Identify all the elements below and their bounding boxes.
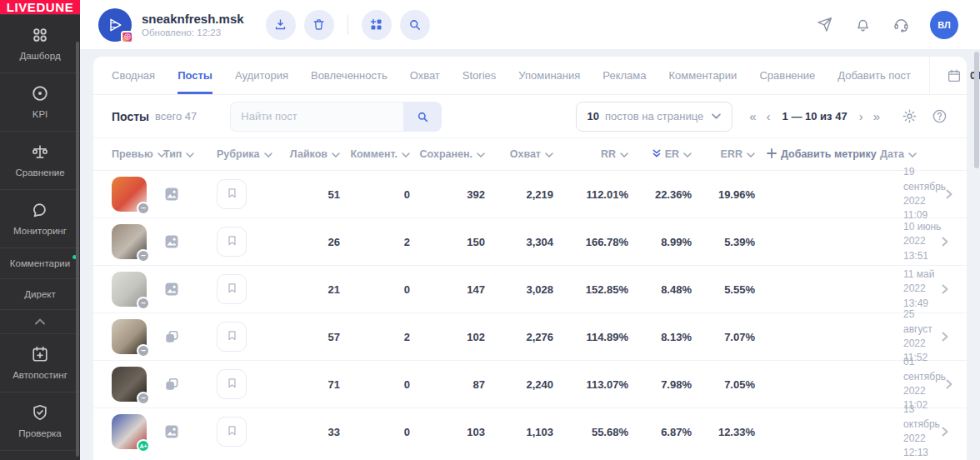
hidden-badge: – <box>137 297 150 310</box>
post-date: 11 май 202213:49 <box>880 268 942 311</box>
post-thumbnail[interactable]: – <box>112 272 147 307</box>
column-label: Рубрика <box>217 148 260 160</box>
page-scrollbar[interactable] <box>973 40 980 460</box>
date-range-picker[interactable]: 01 янв 22 — 19 нояб 22 <box>929 57 980 94</box>
date-cell: 13 октябрь 202212:13 <box>880 402 948 460</box>
table-row[interactable]: –5103922,219112.01%22.36%19.96%19 сентяб… <box>93 170 967 218</box>
tab-engagement[interactable]: Вовлеченность <box>311 57 388 94</box>
rubric-button[interactable] <box>217 417 247 447</box>
rubric-button[interactable] <box>217 227 247 257</box>
pagination-next-button[interactable]: › <box>859 110 863 122</box>
preview-cell: – <box>112 319 163 354</box>
sidebar-item-label: KPI <box>32 109 48 119</box>
help-icon[interactable] <box>930 108 948 126</box>
column-header-comments[interactable]: Коммент. <box>340 148 410 160</box>
column-header-likes[interactable]: Лайков <box>280 148 340 160</box>
account-avatar[interactable] <box>98 8 132 42</box>
column-label: RR <box>601 148 616 160</box>
column-header-err[interactable]: ERR <box>692 148 755 160</box>
tab-summary[interactable]: Сводная <box>112 57 155 94</box>
tab-ads[interactable]: Реклама <box>602 57 646 94</box>
tab-audience[interactable]: Аудитория <box>235 57 288 94</box>
add-metric-button[interactable]: Добавить метрику <box>755 148 880 161</box>
tab-stories[interactable]: Stories <box>462 57 496 94</box>
rubric-button[interactable] <box>217 274 247 304</box>
post-thumbnail[interactable]: – <box>112 177 147 212</box>
page-scrollbar-thumb[interactable] <box>974 52 979 168</box>
dashboard-icon <box>30 25 50 45</box>
rr-value: 152.85% <box>553 283 628 296</box>
saved-value: 102 <box>410 331 485 343</box>
pagination-first-button[interactable]: « <box>749 110 756 122</box>
support-headset-icon[interactable] <box>892 16 910 34</box>
sidebar-item-check[interactable]: Проверка <box>0 392 80 450</box>
table-row[interactable]: –2621503,304166.78%8.99%5.39%10 июнь 202… <box>93 218 967 265</box>
err-value: 12.33% <box>692 426 755 438</box>
sidebar-item-dashboard[interactable]: Дашборд <box>0 14 80 72</box>
controls-row: Посты всего 47 10 постов на странице <box>93 95 967 138</box>
preview-cell: A+ <box>112 414 163 449</box>
sidebar-item-autoposting[interactable]: Автопостинг <box>0 333 80 392</box>
pagination-last-button[interactable]: » <box>873 110 880 122</box>
add-widget-button[interactable] <box>362 10 392 40</box>
search-account-button[interactable] <box>400 10 430 40</box>
rubric-button[interactable] <box>217 322 247 352</box>
sidebar-item-monitoring[interactable]: Мониторинг <box>0 189 80 248</box>
shield-check-icon <box>30 402 50 422</box>
sidebar-item-comments[interactable]: Комментарии <box>0 248 80 278</box>
table-row[interactable]: A+3301031,10355.68%6.87%12.33%13 октябрь… <box>93 408 967 455</box>
post-thumbnail[interactable]: A+ <box>112 414 147 449</box>
sidebar-item-compare[interactable]: Сравнение <box>0 131 80 189</box>
sidebar-item-payment[interactable]: Оплата <box>0 450 80 460</box>
user-avatar[interactable]: ВЛ <box>930 11 958 39</box>
table-row[interactable]: –2101473,028152.85%8.48%5.55%11 май 2022… <box>93 265 967 312</box>
column-header-rubric[interactable]: Рубрика <box>217 148 280 160</box>
pagination-prev-button[interactable]: ‹ <box>767 110 771 122</box>
rubric-button[interactable] <box>217 369 247 399</box>
account-switcher[interactable]: sneaknfresh.msk Обновлено: 12:23 <box>98 8 244 42</box>
tab-add-post[interactable]: Добавить пост <box>838 57 911 94</box>
photo-icon <box>163 186 180 202</box>
table-row[interactable]: –710872,240113.07%7.98%7.05%01 сентябрь … <box>93 360 967 408</box>
comments-value: 0 <box>340 426 410 438</box>
sidebar-item-direct[interactable]: Директ <box>0 278 80 309</box>
column-header-preview[interactable]: Превью <box>112 148 163 160</box>
main-area: sneaknfresh.msk Обновлено: 12:23 <box>80 0 980 460</box>
search-input[interactable] <box>230 102 403 132</box>
tab-comments[interactable]: Комментарии <box>668 57 737 94</box>
column-header-er[interactable]: ER <box>628 148 692 160</box>
column-label: Тип <box>163 148 182 160</box>
err-value: 19.96% <box>692 188 755 201</box>
column-header-date[interactable]: Дата <box>880 148 948 160</box>
sidebar-collapse-button[interactable] <box>0 309 80 333</box>
brand-logo[interactable]: LIVEDUNE <box>0 0 80 14</box>
column-header-saved[interactable]: Сохранен. <box>410 148 485 160</box>
telegram-share-icon[interactable] <box>815 16 833 34</box>
tab-mentions[interactable]: Упоминания <box>518 57 580 94</box>
post-thumbnail[interactable]: – <box>112 319 147 354</box>
bookmark-icon <box>226 282 238 297</box>
account-name: sneaknfresh.msk <box>142 12 244 26</box>
sidebar-item-kpi[interactable]: KPI <box>0 72 80 131</box>
table-row[interactable]: –5721022,276114.89%8.13%7.07%25 август 2… <box>93 312 967 360</box>
notifications-bell-icon[interactable] <box>853 16 872 34</box>
sidebar-scrollbar[interactable] <box>76 42 79 457</box>
download-report-button[interactable] <box>266 10 296 40</box>
delete-account-button[interactable] <box>304 10 334 40</box>
sort-desc-icon <box>652 148 661 160</box>
tab-posts[interactable]: Посты <box>178 57 212 94</box>
table-settings-gear-icon[interactable] <box>900 108 918 126</box>
column-header-type[interactable]: Тип <box>163 148 217 160</box>
per-page-select[interactable]: 10 постов на странице <box>576 102 733 132</box>
tab-compare[interactable]: Сравнение <box>759 57 815 94</box>
preview-cell: – <box>112 224 163 259</box>
column-header-rr[interactable]: RR <box>553 148 628 160</box>
err-value: 5.55% <box>692 283 755 296</box>
post-thumbnail[interactable]: – <box>112 224 147 259</box>
err-value: 7.07% <box>692 331 755 343</box>
tab-reach[interactable]: Охват <box>410 57 440 94</box>
column-header-reach[interactable]: Охват <box>485 148 553 160</box>
search-button[interactable] <box>403 102 442 132</box>
post-thumbnail[interactable]: – <box>112 367 147 402</box>
rubric-button[interactable] <box>217 179 247 209</box>
